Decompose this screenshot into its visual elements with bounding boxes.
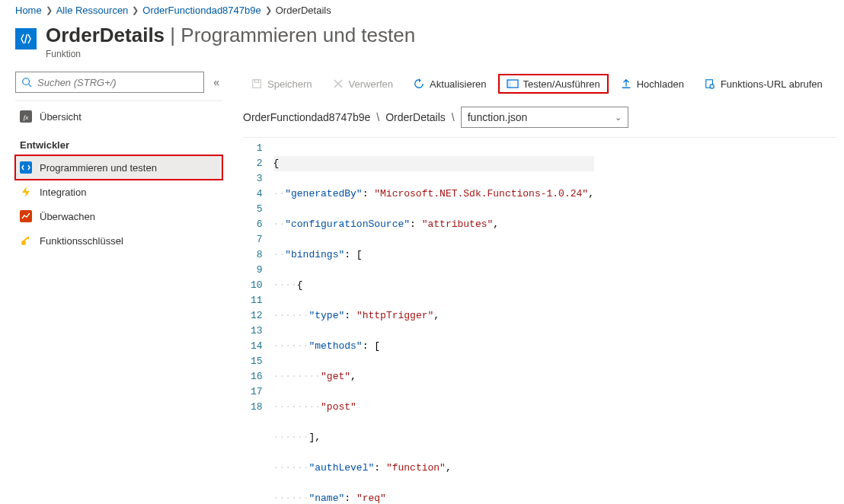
crumb-home[interactable]: Home	[15, 5, 42, 16]
upload-button[interactable]: Hochladen	[612, 75, 692, 93]
save-button[interactable]: Speichern	[243, 75, 320, 93]
key-icon	[20, 234, 32, 247]
file-select-value: function.json	[468, 111, 528, 123]
page-title: OrderDetails | Programmieren und testen	[46, 24, 415, 47]
lightning-icon	[20, 186, 32, 198]
path-app: OrderFunctiondad8747b9e	[243, 111, 370, 123]
get-function-url-button[interactable]: Funktions-URL abrufen	[696, 75, 830, 93]
path-function: OrderDetails	[385, 111, 446, 123]
refresh-button[interactable]: Aktualisieren	[405, 75, 494, 93]
code-body[interactable]: { ··"generatedBy": "Microsoft.NET.Sdk.Fu…	[273, 138, 594, 504]
monitor-icon	[20, 210, 32, 222]
collapse-sidebar-button[interactable]: «	[210, 75, 222, 90]
sidebar: « fx Übersicht Entwickler Programmieren …	[0, 72, 229, 504]
upload-icon	[620, 78, 632, 90]
svg-text:fx: fx	[24, 113, 29, 121]
test-run-button[interactable]: Testen/Ausführen	[499, 75, 608, 93]
page-subtitle: Funktion	[46, 49, 415, 59]
chevron-right-icon: ❯	[265, 5, 272, 15]
save-icon	[251, 78, 263, 90]
search-box[interactable]	[15, 72, 204, 93]
refresh-icon	[413, 78, 425, 90]
svg-point-14	[710, 85, 714, 88]
search-input[interactable]	[37, 77, 199, 88]
page-title-row: OrderDetails | Programmieren und testen …	[0, 21, 844, 61]
link-file-icon	[704, 78, 716, 90]
sidebar-item-label: Integration	[40, 187, 86, 198]
sidebar-item-monitor[interactable]: Überwachen	[15, 204, 222, 228]
chevron-down-icon: ⌄	[615, 113, 622, 123]
crumb-all-resources[interactable]: Alle Ressourcen	[56, 5, 129, 16]
function-icon	[15, 28, 37, 49]
play-window-icon	[507, 78, 519, 90]
discard-button[interactable]: Verwerfen	[324, 75, 401, 93]
svg-rect-8	[27, 237, 29, 239]
sidebar-item-code-test[interactable]: Programmieren und testen	[15, 155, 222, 180]
code-editor[interactable]: 123456789101112131415161718 { ··"generat…	[243, 137, 836, 504]
file-path-row: OrderFunctiondad8747b9e \ OrderDetails \…	[243, 96, 836, 132]
sidebar-item-label: Überwachen	[40, 211, 95, 222]
code-icon	[20, 161, 32, 174]
function-fx-icon: fx	[20, 110, 32, 123]
toolbar: Speichern Verwerfen Aktualisieren Testen…	[243, 72, 836, 96]
sidebar-item-label: Programmieren und testen	[40, 162, 157, 174]
sidebar-item-overview[interactable]: fx Übersicht	[15, 104, 222, 129]
sidebar-item-integration[interactable]: Integration	[15, 180, 222, 204]
file-select-dropdown[interactable]: function.json ⌄	[461, 107, 628, 128]
line-gutter: 123456789101112131415161718	[243, 138, 273, 504]
crumb-function-app[interactable]: OrderFunctiondad8747b9e	[142, 5, 261, 16]
svg-point-0	[23, 78, 30, 85]
sidebar-item-label: Übersicht	[40, 111, 82, 123]
sidebar-group-developer: Entwickler	[15, 129, 222, 155]
close-icon	[332, 78, 344, 90]
sidebar-item-label: Funktionsschlüssel	[40, 235, 123, 247]
svg-rect-9	[253, 80, 261, 88]
search-icon	[21, 76, 33, 88]
sidebar-item-keys[interactable]: Funktionsschlüssel	[15, 228, 222, 253]
svg-line-1	[29, 85, 32, 88]
svg-rect-10	[254, 80, 258, 83]
svg-rect-12	[507, 80, 511, 88]
main-panel: Speichern Verwerfen Aktualisieren Testen…	[229, 72, 844, 504]
chevron-right-icon: ❯	[46, 5, 53, 15]
chevron-right-icon: ❯	[132, 5, 139, 15]
crumb-current: OrderDetails	[276, 5, 331, 16]
breadcrumb: Home ❯ Alle Ressourcen ❯ OrderFunctionda…	[0, 0, 844, 21]
